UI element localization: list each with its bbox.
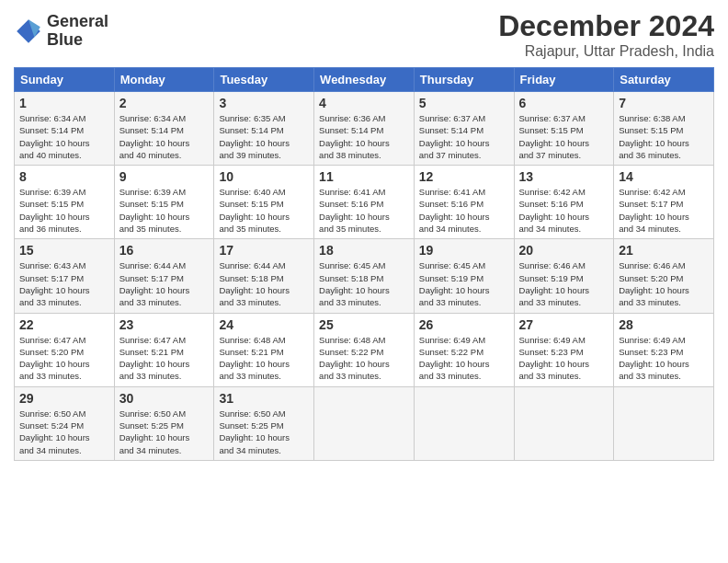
day-number: 18 [319,243,409,258]
calendar-cell: 13Sunrise: 6:42 AM Sunset: 5:16 PM Dayli… [514,166,614,239]
calendar-cell: 22Sunrise: 6:47 AM Sunset: 5:20 PM Dayli… [15,313,115,386]
calendar-cell [414,386,514,460]
weekday-header-row: SundayMondayTuesdayWednesdayThursdayFrid… [15,68,714,92]
calendar-cell: 24Sunrise: 6:48 AM Sunset: 5:21 PM Dayli… [214,313,314,386]
weekday-header-saturday: Saturday [614,68,714,92]
month-title: December 2024 [498,9,714,43]
weekday-header-monday: Monday [114,68,214,92]
calendar-cell: 28Sunrise: 6:49 AM Sunset: 5:23 PM Dayli… [614,313,714,386]
day-info: Sunrise: 6:38 AM Sunset: 5:15 PM Dayligh… [619,112,709,161]
day-info: Sunrise: 6:41 AM Sunset: 5:16 PM Dayligh… [419,186,509,235]
day-info: Sunrise: 6:42 AM Sunset: 5:17 PM Dayligh… [619,186,709,235]
day-info: Sunrise: 6:39 AM Sunset: 5:15 PM Dayligh… [19,186,109,235]
day-info: Sunrise: 6:48 AM Sunset: 5:22 PM Dayligh… [319,334,409,383]
day-info: Sunrise: 6:49 AM Sunset: 5:22 PM Dayligh… [419,334,509,383]
calendar-week-row: 29Sunrise: 6:50 AM Sunset: 5:24 PM Dayli… [15,386,714,460]
day-info: Sunrise: 6:47 AM Sunset: 5:20 PM Dayligh… [19,334,109,383]
calendar-cell: 15Sunrise: 6:43 AM Sunset: 5:17 PM Dayli… [15,239,115,313]
calendar-cell: 12Sunrise: 6:41 AM Sunset: 5:16 PM Dayli… [414,166,514,239]
day-info: Sunrise: 6:45 AM Sunset: 5:18 PM Dayligh… [319,259,409,308]
day-info: Sunrise: 6:34 AM Sunset: 5:14 PM Dayligh… [119,112,210,161]
day-info: Sunrise: 6:37 AM Sunset: 5:15 PM Dayligh… [519,112,609,161]
calendar-week-row: 15Sunrise: 6:43 AM Sunset: 5:17 PM Dayli… [15,239,714,313]
calendar-cell: 19Sunrise: 6:45 AM Sunset: 5:19 PM Dayli… [414,239,514,313]
day-info: Sunrise: 6:46 AM Sunset: 5:19 PM Dayligh… [519,259,609,308]
calendar-cell: 11Sunrise: 6:41 AM Sunset: 5:16 PM Dayli… [314,166,415,239]
day-info: Sunrise: 6:50 AM Sunset: 5:24 PM Dayligh… [19,408,109,456]
day-info: Sunrise: 6:45 AM Sunset: 5:19 PM Dayligh… [419,259,509,308]
day-info: Sunrise: 6:41 AM Sunset: 5:16 PM Dayligh… [319,186,409,235]
day-number: 15 [19,243,109,258]
day-number: 16 [119,243,210,258]
calendar-cell [614,386,714,460]
weekday-header-wednesday: Wednesday [314,68,415,92]
day-number: 27 [519,317,609,332]
weekday-header-sunday: Sunday [15,68,115,92]
calendar-cell: 29Sunrise: 6:50 AM Sunset: 5:24 PM Dayli… [15,386,115,460]
calendar-cell: 31Sunrise: 6:50 AM Sunset: 5:25 PM Dayli… [214,386,314,460]
calendar-cell: 4Sunrise: 6:36 AM Sunset: 5:14 PM Daylig… [314,92,415,166]
day-number: 13 [519,169,609,184]
calendar-cell: 30Sunrise: 6:50 AM Sunset: 5:25 PM Dayli… [114,386,214,460]
day-info: Sunrise: 6:49 AM Sunset: 5:23 PM Dayligh… [619,334,709,383]
day-info: Sunrise: 6:36 AM Sunset: 5:14 PM Dayligh… [319,112,409,161]
calendar-cell: 3Sunrise: 6:35 AM Sunset: 5:14 PM Daylig… [214,92,314,166]
day-number: 6 [519,96,609,110]
calendar-cell: 8Sunrise: 6:39 AM Sunset: 5:15 PM Daylig… [15,166,115,239]
day-number: 9 [119,169,210,184]
logo-text: General Blue [47,13,108,50]
calendar-cell: 18Sunrise: 6:45 AM Sunset: 5:18 PM Dayli… [314,239,415,313]
day-number: 10 [219,169,309,184]
day-number: 29 [19,391,109,406]
main-container: General Blue December 2024 Rajapur, Utta… [0,0,728,470]
calendar-cell: 6Sunrise: 6:37 AM Sunset: 5:15 PM Daylig… [514,92,614,166]
weekday-header-friday: Friday [514,68,614,92]
calendar-cell: 20Sunrise: 6:46 AM Sunset: 5:19 PM Dayli… [514,239,614,313]
day-info: Sunrise: 6:40 AM Sunset: 5:15 PM Dayligh… [219,186,309,235]
day-number: 22 [19,317,109,332]
calendar-cell: 14Sunrise: 6:42 AM Sunset: 5:17 PM Dayli… [614,166,714,239]
day-info: Sunrise: 6:39 AM Sunset: 5:15 PM Dayligh… [119,186,210,235]
day-info: Sunrise: 6:50 AM Sunset: 5:25 PM Dayligh… [219,408,309,456]
calendar-week-row: 8Sunrise: 6:39 AM Sunset: 5:15 PM Daylig… [15,166,714,239]
calendar-cell: 7Sunrise: 6:38 AM Sunset: 5:15 PM Daylig… [614,92,714,166]
day-info: Sunrise: 6:42 AM Sunset: 5:16 PM Dayligh… [519,186,609,235]
day-number: 11 [319,169,409,184]
day-info: Sunrise: 6:46 AM Sunset: 5:20 PM Dayligh… [619,259,709,308]
day-info: Sunrise: 6:50 AM Sunset: 5:25 PM Dayligh… [119,408,210,456]
calendar-cell: 16Sunrise: 6:44 AM Sunset: 5:17 PM Dayli… [114,239,214,313]
day-info: Sunrise: 6:47 AM Sunset: 5:21 PM Dayligh… [119,334,210,383]
day-info: Sunrise: 6:43 AM Sunset: 5:17 PM Dayligh… [19,259,109,308]
day-info: Sunrise: 6:48 AM Sunset: 5:21 PM Dayligh… [219,334,309,383]
calendar-cell [514,386,614,460]
day-number: 21 [619,243,709,258]
day-number: 19 [419,243,509,258]
calendar-cell: 25Sunrise: 6:48 AM Sunset: 5:22 PM Dayli… [314,313,415,386]
logo-line2: Blue [47,30,83,49]
day-info: Sunrise: 6:49 AM Sunset: 5:23 PM Dayligh… [519,334,609,383]
calendar-cell: 2Sunrise: 6:34 AM Sunset: 5:14 PM Daylig… [114,92,214,166]
day-number: 26 [419,317,509,332]
calendar-cell: 23Sunrise: 6:47 AM Sunset: 5:21 PM Dayli… [114,313,214,386]
day-number: 24 [219,317,309,332]
day-number: 2 [119,96,210,110]
day-number: 14 [619,169,709,184]
day-number: 3 [219,96,309,110]
day-info: Sunrise: 6:37 AM Sunset: 5:14 PM Dayligh… [419,112,509,161]
logo: General Blue [14,13,108,50]
day-number: 1 [19,96,109,110]
day-info: Sunrise: 6:35 AM Sunset: 5:14 PM Dayligh… [219,112,309,161]
logo-icon [14,17,43,46]
calendar-cell: 10Sunrise: 6:40 AM Sunset: 5:15 PM Dayli… [214,166,314,239]
calendar-cell: 26Sunrise: 6:49 AM Sunset: 5:22 PM Dayli… [414,313,514,386]
day-number: 23 [119,317,210,332]
calendar-cell: 1Sunrise: 6:34 AM Sunset: 5:14 PM Daylig… [15,92,115,166]
location-title: Rajapur, Uttar Pradesh, India [498,43,714,60]
day-number: 30 [119,391,210,406]
day-number: 12 [419,169,509,184]
day-number: 8 [19,169,109,184]
calendar-cell: 27Sunrise: 6:49 AM Sunset: 5:23 PM Dayli… [514,313,614,386]
day-number: 5 [419,96,509,110]
calendar-cell: 17Sunrise: 6:44 AM Sunset: 5:18 PM Dayli… [214,239,314,313]
day-number: 31 [219,391,309,406]
